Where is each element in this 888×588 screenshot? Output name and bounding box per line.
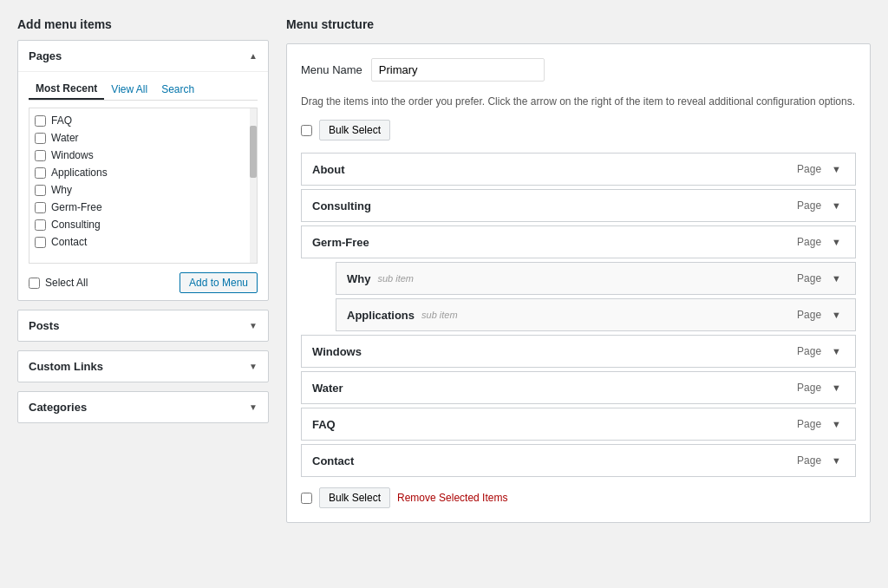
bulk-select-checkbox-top[interactable] [301,125,312,136]
menu-name-row: Menu Name [301,58,856,82]
menu-item-germ-free-arrow[interactable]: ▼ [828,235,845,249]
menu-item-windows-right: Page ▼ [797,344,845,358]
menu-item-faq[interactable]: FAQ Page ▼ [301,408,856,441]
list-item: Contact [35,233,251,251]
page-checkbox-applications[interactable] [35,167,46,179]
menu-item-windows[interactable]: Windows Page ▼ [301,335,856,368]
custom-links-accordion-header[interactable]: Custom Links ▼ [18,351,268,382]
menu-item-water[interactable]: Water Page ▼ [301,371,856,404]
menu-items-list: About Page ▼ Consulting Page ▼ [301,153,856,477]
menu-item-faq-right: Page ▼ [797,417,845,431]
menu-item-contact[interactable]: Contact Page ▼ [301,444,856,477]
right-panel: Menu structure Menu Name Drag the items … [286,17,871,523]
menu-item-consulting-name: Consulting [312,199,371,212]
posts-accordion-header[interactable]: Posts ▼ [18,310,268,341]
categories-chevron-icon: ▼ [249,402,258,412]
page-label-windows: Windows [51,149,94,161]
menu-item-about-right: Page ▼ [797,162,845,176]
menu-item-why-left: Why sub item [347,272,414,285]
instructions-text: Drag the items into the order you prefer… [301,94,856,109]
remove-selected-button[interactable]: Remove Selected Items [397,492,507,504]
menu-item-about[interactable]: About Page ▼ [301,153,856,186]
page-checkbox-faq[interactable] [35,115,46,127]
page-label-applications: Applications [51,167,108,179]
menu-item-applications-subtype: sub item [421,310,458,320]
menu-item-about-type: Page [797,163,821,175]
pages-list-wrapper: FAQ Water Windows Applications [29,108,258,264]
menu-item-applications-name: Applications [347,309,415,322]
menu-item-contact-left: Contact [312,454,354,467]
page-label-why: Why [51,184,72,196]
menu-item-faq-arrow[interactable]: ▼ [828,417,845,431]
tab-view-all[interactable]: View All [104,79,154,100]
scrollbar-thumb[interactable] [250,126,257,178]
page-checkbox-water[interactable] [35,133,46,144]
menu-item-water-name: Water [312,382,343,395]
add-menu-items-title: Add menu items [17,17,269,31]
menu-name-input[interactable] [371,58,545,82]
menu-item-faq-type: Page [797,418,821,430]
menu-item-water-arrow[interactable]: ▼ [828,381,845,395]
custom-links-chevron-icon: ▼ [249,362,258,371]
menu-item-consulting-type: Page [797,199,821,212]
menu-item-why-type: Page [797,272,821,284]
categories-accordion-header[interactable]: Categories ▼ [18,392,268,422]
left-panel: Add menu items Pages ▲ Most Recent View … [17,17,269,523]
select-all-checkbox[interactable] [29,278,40,289]
page-checkbox-consulting[interactable] [35,219,46,231]
page-checkbox-contact[interactable] [35,237,46,248]
page-label-contact: Contact [51,236,87,248]
menu-item-applications-arrow[interactable]: ▼ [828,308,845,322]
menu-item-germ-free[interactable]: Germ-Free Page ▼ [301,225,856,258]
custom-links-accordion-label: Custom Links [29,360,103,373]
menu-item-germ-free-type: Page [797,236,821,248]
pages-accordion-label: Pages [29,49,62,62]
menu-item-why-subtype: sub item [377,273,414,284]
menu-item-contact-name: Contact [312,454,354,467]
list-item: Why [35,181,251,199]
menu-item-about-name: About [312,163,345,176]
pages-accordion-body: Most Recent View All Search FAQ Water [18,71,268,300]
scrollbar-track [250,108,257,263]
bulk-select-button-bottom[interactable]: Bulk Select [319,487,390,508]
list-item: Consulting [35,216,251,233]
menu-item-faq-left: FAQ [312,418,336,431]
page-checkbox-windows[interactable] [35,150,46,161]
menu-item-why[interactable]: Why sub item Page ▼ [336,262,856,295]
tab-search[interactable]: Search [154,79,201,100]
add-to-menu-button[interactable]: Add to Menu [180,272,258,293]
posts-chevron-icon: ▼ [249,321,258,330]
tab-most-recent[interactable]: Most Recent [29,79,104,100]
posts-accordion: Posts ▼ [17,310,269,342]
menu-item-faq-name: FAQ [312,418,336,431]
menu-item-applications[interactable]: Applications sub item Page ▼ [336,298,856,331]
bulk-select-button-top[interactable]: Bulk Select [319,120,390,140]
menu-item-about-arrow[interactable]: ▼ [828,162,845,176]
menu-item-windows-arrow[interactable]: ▼ [828,344,845,358]
page-checkbox-germ-free[interactable] [35,202,46,213]
menu-structure-box: Menu Name Drag the items into the order … [286,43,871,523]
page-label-water: Water [51,132,79,144]
list-item: Windows [35,147,251,164]
menu-item-water-type: Page [797,382,821,394]
page-checkbox-why[interactable] [35,185,46,196]
select-all-label[interactable]: Select All [29,277,88,289]
menu-item-consulting[interactable]: Consulting Page ▼ [301,189,856,222]
menu-item-why-arrow[interactable]: ▼ [828,271,845,285]
menu-item-germ-free-name: Germ-Free [312,236,369,249]
menu-item-windows-name: Windows [312,345,362,358]
menu-item-contact-arrow[interactable]: ▼ [828,454,845,467]
pages-accordion-header[interactable]: Pages ▲ [18,41,268,71]
pages-accordion: Pages ▲ Most Recent View All Search FAQ [17,40,269,301]
menu-item-applications-right: Page ▼ [797,308,845,322]
list-item: Applications [35,164,251,181]
menu-item-consulting-arrow[interactable]: ▼ [828,199,845,212]
bulk-select-checkbox-bottom[interactable] [301,493,312,504]
page-label-germ-free: Germ-Free [51,201,102,213]
select-all-row: Select All Add to Menu [29,272,258,293]
menu-item-contact-right: Page ▼ [797,454,845,467]
menu-item-contact-type: Page [797,454,821,467]
pages-chevron-icon: ▲ [249,51,258,61]
posts-accordion-label: Posts [29,319,59,332]
page-label-consulting: Consulting [51,219,101,231]
